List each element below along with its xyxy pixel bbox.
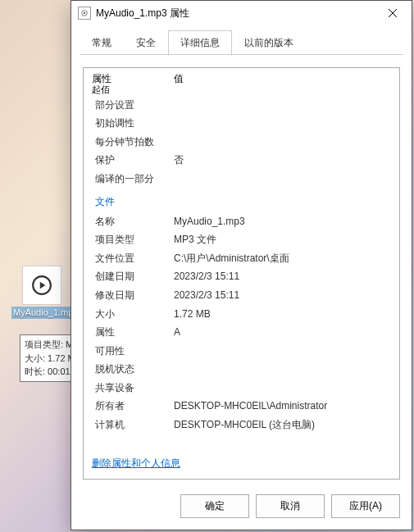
header-value: 值 xyxy=(174,73,184,96)
tabstrip: 常规 安全 详细信息 以前的版本 xyxy=(71,25,412,56)
prop-row-computer: 计算机DESKTOP-MHC0EIL (这台电脑) xyxy=(92,416,391,434)
prop-row: 脱机状态 xyxy=(92,360,391,379)
prop-row-owner: 所有者DESKTOP-MHC0EIL\Administrator xyxy=(92,397,391,416)
link-row: 删除属性和个人信息 xyxy=(84,445,399,479)
prop-row-type: 项目类型MP3 文件 xyxy=(92,230,391,249)
desktop-file-icon[interactable]: MyAudio_1.mp3 xyxy=(11,266,72,319)
close-button[interactable] xyxy=(374,1,412,25)
dialog-title: MyAudio_1.mp3 属性 xyxy=(96,7,374,20)
prop-row: 每分钟节拍数 xyxy=(92,133,391,152)
play-icon xyxy=(31,275,52,296)
svg-marker-1 xyxy=(40,282,46,289)
properties-dialog: MyAudio_1.mp3 属性 常规 安全 详细信息 以前的版本 属性 起佰 … xyxy=(71,0,412,530)
column-headers: 属性 起佰 值 xyxy=(84,68,399,96)
prop-row: 保护否 xyxy=(92,151,391,170)
prop-row-size: 大小1.72 MB xyxy=(92,305,391,324)
prop-row-name: 名称MyAudio_1.mp3 xyxy=(92,212,391,231)
apply-button[interactable]: 应用(A) xyxy=(331,494,400,518)
tab-general[interactable]: 常规 xyxy=(80,30,124,56)
prop-row: 初始调性 xyxy=(92,114,391,133)
cancel-button[interactable]: 取消 xyxy=(256,494,325,518)
prop-row-modified: 修改日期2023/2/3 15:11 xyxy=(92,286,391,305)
prop-row: 共享设备 xyxy=(92,379,391,398)
app-icon xyxy=(78,7,91,20)
file-thumbnail xyxy=(22,266,61,305)
svg-point-3 xyxy=(84,12,86,15)
ok-button[interactable]: 确定 xyxy=(180,494,249,518)
details-panel: 属性 起佰 值 部分设置 初始调性 每分钟节拍数 保护否 编译的一部分 文件 名… xyxy=(83,67,400,480)
dialog-buttons: 确定 取消 应用(A) xyxy=(71,486,412,530)
prop-row-created: 创建日期2023/2/3 15:11 xyxy=(92,267,391,286)
remove-properties-link[interactable]: 删除属性和个人信息 xyxy=(92,457,180,469)
group-file: 文件 xyxy=(92,189,391,212)
prop-row: 编译的一部分 xyxy=(92,170,391,189)
circle-icon xyxy=(80,9,89,17)
header-property: 属性 xyxy=(92,73,174,84)
titlebar: MyAudio_1.mp3 属性 xyxy=(71,1,412,25)
property-list[interactable]: 部分设置 初始调性 每分钟节拍数 保护否 编译的一部分 文件 名称MyAudio… xyxy=(84,96,399,445)
tab-security[interactable]: 安全 xyxy=(124,30,168,56)
desktop-file-label: MyAudio_1.mp3 xyxy=(11,307,72,319)
prop-row: 部分设置 xyxy=(92,96,391,115)
prop-row-location: 文件位置C:\用户\Administrator\桌面 xyxy=(92,249,391,268)
prop-row-attributes: 属性A xyxy=(92,323,391,342)
prop-row: 可用性 xyxy=(92,342,391,361)
tab-previous[interactable]: 以前的版本 xyxy=(232,30,306,56)
close-icon xyxy=(389,9,397,17)
tab-details[interactable]: 详细信息 xyxy=(168,30,232,56)
header-truncated: 起佰 xyxy=(92,84,174,95)
